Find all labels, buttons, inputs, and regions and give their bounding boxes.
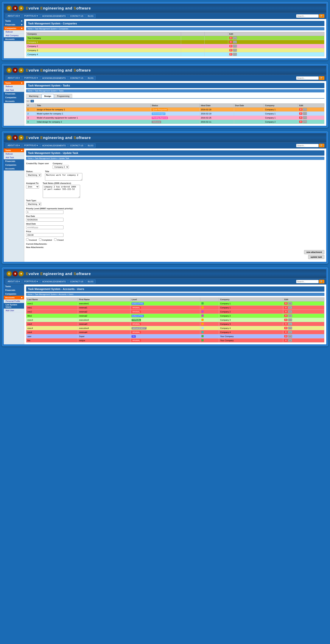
- delete-user-btn[interactable]: X: [284, 323, 287, 325]
- edit-user-btn[interactable]: —: [288, 335, 292, 338]
- sidebar-financials-2[interactable]: Financials: [4, 92, 24, 96]
- delete-btn[interactable]: X: [229, 45, 233, 47]
- edit-task-btn[interactable]: ...: [303, 116, 307, 119]
- priority-input[interactable]: [26, 210, 63, 214]
- nav-about-2[interactable]: ABOUT US ▾: [6, 76, 22, 80]
- tab-machining[interactable]: Machining: [26, 94, 41, 98]
- nav-portfolio-4[interactable]: PORTFOLIO ▾: [22, 279, 40, 284]
- delete-user-btn[interactable]: X: [284, 339, 287, 342]
- nav-about[interactable]: ABOUT US ▾: [6, 14, 22, 18]
- status-select[interactable]: Machining: [26, 173, 41, 177]
- sidebar-link-refresh[interactable]: Refresh: [4, 30, 24, 34]
- edit-user-btn[interactable]: —: [288, 322, 292, 325]
- sidebar-personal-profile[interactable]: Personal Profile: [4, 300, 24, 303]
- delete-task-btn[interactable]: X: [299, 112, 302, 115]
- delete-btn[interactable]: X: [229, 49, 233, 52]
- sidebar-companies-3[interactable]: Companies: [4, 163, 24, 167]
- sidebar-link-add-company[interactable]: Add Company: [4, 34, 24, 37]
- nav-acknowledgements[interactable]: ACKNOWLEDGEMENTS: [40, 14, 68, 18]
- search-button-4[interactable]: 🔍: [319, 280, 324, 284]
- closed-checkbox[interactable]: [54, 238, 57, 241]
- nav-portfolio[interactable]: PORTFOLIO ▾: [22, 14, 40, 18]
- search-input[interactable]: [296, 14, 319, 18]
- task-notes-textarea[interactable]: company 2 has ordered 100X of part numbe…: [43, 185, 80, 198]
- sidebar-accounts-2[interactable]: Accounts: [4, 99, 24, 103]
- edit-btn[interactable]: ...: [233, 36, 237, 39]
- delete-btn[interactable]: X: [229, 53, 233, 56]
- edit-user-btn[interactable]: —: [288, 331, 292, 334]
- delete-user-btn[interactable]: X: [284, 335, 287, 338]
- search-button[interactable]: 🔍: [319, 14, 324, 18]
- nav-acknowledgements-2[interactable]: ACKNOWLEDGEMENTS: [40, 76, 68, 80]
- nav-blog-2[interactable]: BLOG: [86, 76, 96, 80]
- sidebar-list-users[interactable]: List System Users: [4, 303, 24, 309]
- tab-programming[interactable]: Programming: [54, 94, 72, 98]
- price-input[interactable]: [26, 233, 63, 237]
- task-type-select[interactable]: Machining: [26, 202, 41, 206]
- nav-contact[interactable]: CONTACT US: [68, 14, 85, 18]
- delete-task-btn[interactable]: X: [299, 120, 302, 123]
- sidebar-tasks-3[interactable]: Tasks ▶: [4, 148, 24, 152]
- delete-user-btn[interactable]: X: [284, 306, 287, 309]
- company-select[interactable]: Company 2: [53, 165, 69, 169]
- sidebar-accounts[interactable]: Accounts: [4, 37, 24, 41]
- edit-btn[interactable]: ...: [233, 49, 237, 52]
- edit-user-btn[interactable]: —: [288, 318, 292, 321]
- delete-user-btn[interactable]: X: [284, 327, 287, 329]
- nav-portfolio-3[interactable]: PORTFOLIO ▾: [22, 143, 40, 148]
- sidebar-add-user[interactable]: Add User: [4, 309, 24, 312]
- sidebar-refresh-3[interactable]: Refresh: [4, 152, 24, 156]
- invoiced-checkbox[interactable]: [26, 238, 29, 241]
- delete-task-btn[interactable]: X: [299, 116, 302, 119]
- sidebar-companies-2[interactable]: Companies: [4, 96, 24, 99]
- sidebar-financials-4[interactable]: Financials: [4, 288, 24, 292]
- delete-btn[interactable]: X: [229, 37, 233, 39]
- tab-design[interactable]: Design: [41, 94, 54, 98]
- sidebar-financials[interactable]: Financials ▶: [4, 23, 24, 26]
- search-button-3[interactable]: 🔍: [319, 144, 324, 148]
- nav-portfolio-2[interactable]: PORTFOLIO ▾: [22, 76, 40, 80]
- sidebar-tasks-4[interactable]: Tasks: [4, 284, 24, 288]
- edit-user-btn[interactable]: —: [288, 310, 292, 313]
- edit-task-btn[interactable]: ...: [303, 112, 307, 115]
- search-input-2[interactable]: [296, 76, 319, 80]
- edit-user-btn[interactable]: —: [288, 302, 292, 305]
- sidebar-companies-4[interactable]: Companies: [4, 292, 24, 296]
- sidebar-link-add-task[interactable]: Add Task: [4, 88, 24, 92]
- title-textarea[interactable]: Machine work for company 2: [45, 173, 82, 180]
- nav-about-3[interactable]: ABOUT US ▾: [6, 143, 22, 148]
- nav-blog[interactable]: BLOG: [86, 14, 96, 18]
- edit-btn[interactable]: ...: [233, 45, 237, 48]
- edit-btn[interactable]: ...: [233, 40, 237, 44]
- edit-user-btn[interactable]: —: [288, 339, 292, 342]
- update-task-button[interactable]: update task: [308, 255, 324, 259]
- sidebar-link-refresh-2[interactable]: Refresh: [4, 85, 24, 88]
- assigned-select[interactable]: 2min: [26, 185, 39, 188]
- sidebar-companies[interactable]: Companies ▶: [4, 26, 24, 30]
- sidebar-financials-3[interactable]: Financials: [4, 159, 24, 163]
- edit-task-btn[interactable]: ...: [303, 120, 307, 123]
- search-input-3[interactable]: [296, 144, 319, 147]
- due-date-input[interactable]: [26, 218, 63, 222]
- edit-user-btn[interactable]: —: [288, 314, 292, 317]
- sidebar-add-task-3[interactable]: Add Task: [4, 156, 24, 159]
- edit-user-btn[interactable]: —: [288, 327, 292, 330]
- delete-user-btn[interactable]: X: [284, 310, 287, 313]
- sidebar-tasks-2[interactable]: Tasks ▶: [4, 81, 24, 85]
- nav-acknowledgements-3[interactable]: ACKNOWLEDGEMENTS: [40, 144, 68, 148]
- search-button-2[interactable]: 🔍: [319, 76, 324, 80]
- search-input-4[interactable]: [296, 280, 319, 283]
- edit-user-btn[interactable]: —: [288, 306, 292, 309]
- delete-user-btn[interactable]: X: [284, 314, 287, 317]
- new-attachment-button[interactable]: new attachment: [304, 250, 324, 254]
- ideal-date-input[interactable]: [26, 226, 63, 229]
- delete-btn[interactable]: X: [229, 41, 233, 43]
- completed-checkbox[interactable]: [39, 238, 41, 241]
- nav-contact-3[interactable]: CONTACT US: [68, 144, 85, 148]
- sidebar-accounts-4[interactable]: Accounts ▶: [4, 296, 24, 300]
- delete-user-btn[interactable]: X: [284, 302, 287, 305]
- nav-acknowledgements-4[interactable]: ACKNOWLEDGEMENTS: [40, 280, 68, 284]
- nav-blog-4[interactable]: BLOG: [86, 280, 96, 284]
- delete-user-btn[interactable]: X: [284, 331, 287, 333]
- nav-contact-2[interactable]: CONTACT US: [68, 76, 85, 80]
